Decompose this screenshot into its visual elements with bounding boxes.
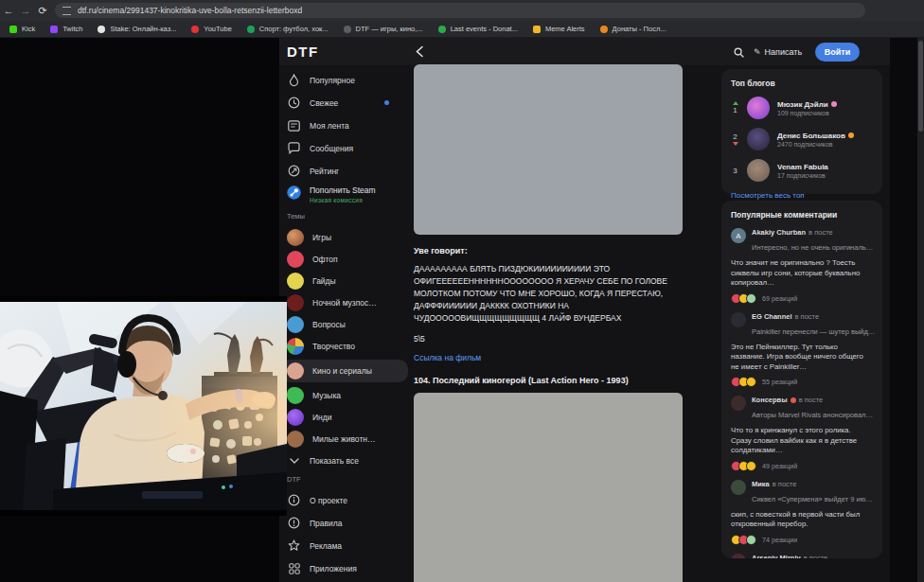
bookmark-twitch[interactable]: Twitch — [50, 25, 82, 33]
avatar[interactable] — [747, 159, 770, 182]
film-link[interactable]: Ссылка на фильм — [414, 353, 683, 362]
rating-icon — [287, 164, 301, 178]
quote-heading: Уве говорит: — [414, 246, 683, 256]
url-bar[interactable]: dtf.ru/cinema/2991437-kinokritika-uve-bo… — [55, 3, 865, 18]
avatar[interactable] — [731, 312, 746, 327]
topic-night-music[interactable]: Ночной музпос… — [287, 294, 404, 311]
comment-post-title[interactable]: Авторы Marvel Rivals анонсировал… — [752, 411, 873, 419]
subscriber-count: 2470 подписчиков — [777, 141, 854, 148]
apps-grid-icon — [287, 561, 301, 575]
comment-author[interactable]: Мика — [752, 480, 770, 488]
avatar[interactable] — [731, 396, 746, 411]
comment-author[interactable]: Консервы — [752, 396, 788, 404]
comment-item[interactable]: EG Channelв посте Painkiller перенесли —… — [731, 312, 873, 388]
bookmark-stake[interactable]: Stake: Онлайн-каз... — [98, 25, 176, 33]
topic-games[interactable]: Игры — [287, 229, 404, 246]
sidebar-item-my-feed[interactable]: Моя лента — [287, 117, 404, 133]
sidebar-item-apps[interactable]: Приложения — [287, 560, 404, 576]
avatar[interactable]: A — [731, 228, 746, 243]
write-button[interactable]: ✎ Написать — [754, 47, 802, 57]
topic-offtop[interactable]: Офтоп — [287, 251, 404, 268]
comment-post-title[interactable]: Сиквел «Супермена» выйдет 9 ию… — [752, 495, 873, 503]
site-settings-icon[interactable] — [62, 7, 71, 15]
comment-author[interactable]: Akakiy Churban — [752, 228, 806, 237]
avatar[interactable] — [747, 97, 770, 119]
comment-post-title[interactable]: Интересно, но не очень оригиналь… — [752, 243, 873, 252]
guides-topic-icon — [287, 273, 304, 290]
reload-icon[interactable]: ⟳ — [34, 5, 51, 17]
bookmark-donates[interactable]: Донаты - Посл... — [600, 25, 666, 33]
sport-favicon — [247, 26, 255, 33]
sidebar-item-popular[interactable]: Популярное — [287, 72, 404, 88]
bookmark-meme-alerts[interactable]: Meme Alerts — [533, 25, 585, 33]
bookmarks-bar: Kick Twitch Stake: Онлайн-каз... YouTube… — [0, 21, 924, 38]
night-music-topic-icon — [287, 294, 304, 311]
comment-item[interactable]: A Akakiy Churbanв посте Интересно, но не… — [731, 228, 873, 304]
search-icon[interactable] — [734, 47, 744, 58]
topic-guides[interactable]: Гайды — [287, 273, 404, 290]
donates-favicon — [600, 26, 608, 33]
sidebar-item-fresh[interactable]: Свежее — [287, 95, 404, 111]
flame-icon — [287, 73, 301, 87]
comment-text: скип, с повесткой в первой части был отк… — [731, 510, 873, 530]
exclamation-icon — [287, 516, 301, 530]
avatar[interactable] — [731, 554, 746, 559]
comment-author[interactable]: Arseniy Mirniy — [752, 554, 801, 559]
back-chevron-icon[interactable] — [415, 45, 424, 58]
login-button[interactable]: Войти — [815, 43, 860, 62]
bookmark-youtube[interactable]: YouTube — [191, 25, 231, 33]
webcam-video — [0, 302, 287, 510]
subscriber-count: 109 подписчиков — [777, 110, 837, 116]
sidebar-item-steam-topup[interactable]: Пополнить Steam Низкая комиссия — [287, 185, 404, 203]
rank-number: 2 — [733, 132, 737, 141]
questions-topic-icon — [287, 316, 304, 333]
screenshot-root: ← → ⟳ dtf.ru/cinema/2991437-kinokritika-… — [0, 0, 924, 582]
extra-reaction-icon[interactable] — [746, 535, 756, 545]
last-events-favicon — [438, 26, 446, 33]
top-blogs-card: Топ блогов 1 Мюзик Дэйли 109 подписчиков… — [721, 69, 882, 194]
topic-questions[interactable]: Вопросы — [287, 316, 404, 333]
dtf-favicon — [344, 26, 351, 33]
sidebar-item-rating[interactable]: Рейтинг — [287, 163, 404, 179]
topic-indie[interactable]: Инди — [287, 409, 404, 426]
bookmark-dtf[interactable]: DTF — игры, кино,... — [344, 25, 423, 33]
top-blog-row-1[interactable]: 1 Мюзик Дэйли 109 подписчиков — [731, 97, 873, 119]
sidebar-item-ads[interactable]: Реклама — [287, 538, 404, 554]
comment-item[interactable]: Микав посте Сиквел «Супермена» выйдет 9 … — [731, 480, 873, 545]
forward-icon[interactable]: → — [17, 5, 34, 16]
bookmark-last-events[interactable]: Last events - Donat... — [438, 25, 518, 33]
top-blog-row-2[interactable]: 2 Денис Большаков 2470 подписчиков — [731, 128, 873, 150]
popular-comments-title: Популярные комментарии — [731, 210, 873, 220]
eyes-reaction-icon[interactable] — [746, 461, 756, 471]
pencil-icon: ✎ — [754, 47, 761, 57]
see-full-top-link[interactable]: Посмотреть весь топ — [731, 191, 873, 200]
back-icon[interactable]: ← — [0, 5, 17, 16]
bookmark-kick[interactable]: Kick — [9, 25, 35, 33]
trend-down-icon — [733, 142, 738, 146]
topic-pets[interactable]: Милые животн… — [287, 431, 404, 448]
comment-item[interactable]: Arseniy Mirniyв посте Софи Тёрнер сыграе… — [731, 554, 873, 559]
show-all-button[interactable]: Показать все — [287, 452, 404, 468]
cinema-topic-icon — [287, 362, 304, 379]
extra-reaction-icon[interactable] — [746, 293, 756, 304]
avatar[interactable] — [747, 128, 770, 150]
twitch-favicon — [50, 26, 58, 33]
sidebar-item-messages[interactable]: Сообщения — [287, 140, 404, 156]
laugh-reaction-icon[interactable] — [746, 377, 756, 387]
webcam-overlay — [0, 296, 287, 516]
sidebar-item-rules[interactable]: Правила — [287, 515, 404, 531]
topic-music[interactable]: Музыка — [287, 387, 404, 404]
avatar[interactable] — [731, 480, 746, 495]
topic-cinema-selected[interactable]: Кино и сериалы — [279, 360, 408, 382]
comment-author[interactable]: EG Channel — [752, 312, 792, 321]
top-blog-row-3[interactable]: 3 Venam Fabula 17 подписчиков — [731, 159, 873, 182]
topic-art[interactable]: Творчество — [287, 338, 404, 355]
post-image-placeholder-2 — [414, 393, 683, 582]
comment-post-title[interactable]: Painkiller перенесли — шутер выйд… — [752, 327, 875, 336]
comment-item[interactable]: Консервыв посте Авторы Marvel Rivals ано… — [731, 396, 873, 471]
scrollbar-thumb[interactable] — [918, 41, 923, 132]
bookmark-sport[interactable]: Спорт: футбол, хок... — [247, 25, 329, 33]
sidebar-item-about[interactable]: О проекте — [287, 492, 404, 508]
dtf-logo[interactable]: DTF — [287, 44, 319, 60]
reaction-count: 74 реакции — [762, 536, 797, 544]
